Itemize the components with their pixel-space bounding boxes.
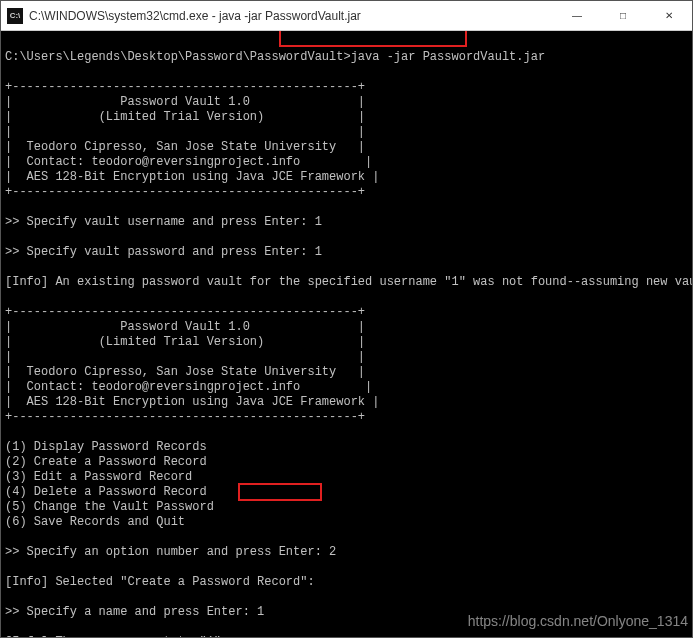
menu-item: (6) Save Records and Quit bbox=[5, 515, 185, 529]
output-line: [Info] An existing password vault for th… bbox=[5, 275, 692, 289]
highlight-command bbox=[279, 31, 467, 47]
close-button[interactable]: ✕ bbox=[646, 1, 692, 31]
minimize-button[interactable]: — bbox=[554, 1, 600, 31]
menu-item: (5) Change the Vault Password bbox=[5, 500, 214, 514]
border-line: +---------------------------------------… bbox=[5, 185, 365, 199]
banner-title: Password Vault 1.0 bbox=[120, 320, 250, 334]
output-line: >> Specify vault username and press Ente… bbox=[5, 215, 322, 229]
menu-item: (4) Delete a Password Record bbox=[5, 485, 207, 499]
output-line: [Info] The name was set to "1". bbox=[5, 635, 228, 637]
command-text: java -jar PasswordVault.jar bbox=[351, 50, 545, 64]
cmd-window: C:\ C:\WINDOWS\system32\cmd.exe - java -… bbox=[0, 0, 693, 638]
prompt-path: C:\Users\Legends\Desktop\Password\Passwo… bbox=[5, 50, 351, 64]
cmd-icon: C:\ bbox=[7, 8, 23, 24]
prompt-line: C:\Users\Legends\Desktop\Password\Passwo… bbox=[5, 50, 545, 64]
banner-subtitle: (Limited Trial Version) bbox=[99, 110, 265, 124]
border-line: +---------------------------------------… bbox=[5, 410, 365, 424]
output-line: >> Specify an option number and press En… bbox=[5, 545, 336, 559]
menu-item: (1) Display Password Records bbox=[5, 440, 207, 454]
window-title: C:\WINDOWS\system32\cmd.exe - java -jar … bbox=[29, 9, 361, 23]
menu-item: (3) Edit a Password Record bbox=[5, 470, 192, 484]
banner-encryption: AES 128-Bit Encryption using Java JCE Fr… bbox=[27, 395, 365, 409]
terminal-output[interactable]: C:\Users\Legends\Desktop\Password\Passwo… bbox=[1, 31, 692, 637]
banner-subtitle: (Limited Trial Version) bbox=[99, 335, 265, 349]
border-line: +---------------------------------------… bbox=[5, 80, 365, 94]
watermark-text: https://blog.csdn.net/Onlyone_1314 bbox=[468, 614, 688, 629]
menu-item: (2) Create a Password Record bbox=[5, 455, 207, 469]
output-line: [Info] Selected "Create a Password Recor… bbox=[5, 575, 315, 589]
banner-title: Password Vault 1.0 bbox=[120, 95, 250, 109]
titlebar-left: C:\ C:\WINDOWS\system32\cmd.exe - java -… bbox=[7, 8, 361, 24]
banner-author: Teodoro Cipresso, San Jose State Univers… bbox=[27, 140, 337, 154]
banner-contact: Contact: teodoro@reversingproject.info bbox=[27, 380, 301, 394]
highlight-option bbox=[238, 483, 322, 501]
banner-author: Teodoro Cipresso, San Jose State Univers… bbox=[27, 365, 337, 379]
banner-contact: Contact: teodoro@reversingproject.info bbox=[27, 155, 301, 169]
banner-encryption: AES 128-Bit Encryption using Java JCE Fr… bbox=[27, 170, 365, 184]
output-line: >> Specify a name and press Enter: 1 bbox=[5, 605, 264, 619]
output-line: >> Specify vault password and press Ente… bbox=[5, 245, 322, 259]
window-controls: — □ ✕ bbox=[554, 1, 692, 31]
maximize-button[interactable]: □ bbox=[600, 1, 646, 31]
border-line: +---------------------------------------… bbox=[5, 305, 365, 319]
titlebar[interactable]: C:\ C:\WINDOWS\system32\cmd.exe - java -… bbox=[1, 1, 692, 31]
